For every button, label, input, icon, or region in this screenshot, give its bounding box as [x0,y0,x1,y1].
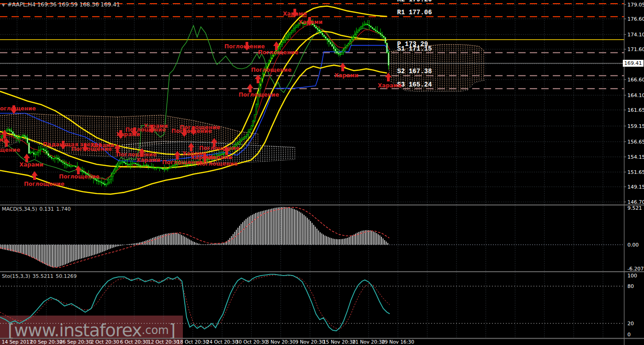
svg-text:6 Oct 20:30: 6 Oct 20:30 [120,339,149,345]
svg-text:-6.207: -6.207 [627,266,644,272]
svg-text:159.15: 159.15 [627,123,644,129]
pattern-annotation: Поглощение [239,92,279,98]
chart-canvas[interactable]: 179.05176.60174.10171.60166.60164.10161.… [0,0,644,345]
svg-text:20: 20 [627,321,634,327]
pattern-annotation: Поглощение [251,67,292,73]
svg-text:21 Nov 20:30: 21 Nov 20:30 [352,339,385,345]
grid-layer [0,0,624,339]
svg-text:80: 80 [627,283,634,289]
svg-text:149.15: 149.15 [627,184,644,190]
svg-text:S1 171.15: S1 171.15 [397,45,432,52]
svg-text:100: 100 [627,273,637,279]
svg-text:151.65: 151.65 [627,169,644,175]
pattern-annotation: Харами [136,157,160,163]
macd-value-1: 0.131 [40,206,54,212]
svg-text:R1 177.06: R1 177.06 [397,9,432,16]
collapse-caret-icon[interactable]: ▼ [2,3,5,7]
pattern-annotation: Поглощение [24,181,64,187]
pattern-annotation: Поглощение [59,173,100,180]
pivot-lines-layer [0,4,624,89]
svg-text:30 Oct 20:30: 30 Oct 20:30 [236,339,267,345]
svg-text:12 Oct 20:30: 12 Oct 20:30 [148,339,179,345]
svg-text:R2 179.20: R2 179.20 [397,0,432,3]
svg-text:15 Nov 20:30: 15 Nov 20:30 [323,339,356,345]
trading-terminal-chart: [ www.instaforex.com ] 179.05176.60174.1… [0,0,644,345]
pattern-annotation: Поглощение [180,124,220,131]
svg-text:3 Nov 20:30: 3 Nov 20:30 [266,339,295,345]
up-arrow-icon [385,73,392,81]
svg-text:26 Sep 20:30: 26 Sep 20:30 [59,339,92,345]
pattern-annotation: Поглощение [0,105,36,112]
svg-text:174.10: 174.10 [627,32,644,38]
pattern-annotation: Харами [378,82,402,89]
pattern-annotation: Харами [90,142,114,149]
price-axis[interactable]: 179.05176.60174.10171.60166.60164.10161.… [624,2,644,338]
pane-frames [0,0,644,345]
pattern-annotation: Поглощение [258,49,299,56]
svg-text:176.60: 176.60 [627,16,644,22]
pattern-annotation: Харами [334,72,358,79]
svg-text:146.70: 146.70 [627,199,644,205]
svg-text:20 Sep 20:30: 20 Sep 20:30 [30,339,63,345]
pivot-labels: R2 179.20R1 177.06P 173.29S1 171.15S2 16… [397,0,432,88]
pattern-annotation: Поглощение [197,161,238,167]
svg-text:156.65: 156.65 [627,139,644,145]
time-axis[interactable]: 14 Sep 201720 Sep 20:3026 Sep 20:302 Oct… [2,339,414,345]
pattern-annotation: Харами [19,161,43,168]
pattern-annotation: Харами [208,154,232,161]
svg-text:9.521: 9.521 [627,205,642,211]
pattern-annotation: Харами [144,123,168,129]
svg-text:S2 167.38: S2 167.38 [397,68,432,75]
svg-text:166.60: 166.60 [627,77,644,83]
stochastic-pane-layer [0,274,390,331]
svg-text:171.60: 171.60 [627,46,644,52]
macd-indicator-label: MACD(5,34,5)0.1311.740 [2,206,73,212]
current-price-label: 169.41 [623,60,644,67]
chart-title: ▼#AAPL,H4 169.36 169.59 168.36 169.41 [2,1,120,8]
symbol-ohlc-text: #AAPL,H4 169.36 169.59 168.36 169.41 [7,1,120,8]
svg-text:0: 0 [627,332,631,338]
macd-pane-layer [0,207,389,268]
svg-text:24 Oct 20:30: 24 Oct 20:30 [206,339,238,345]
svg-text:9 Nov 20:30: 9 Nov 20:30 [295,339,325,345]
sto-value-2: 50.1269 [56,273,77,279]
stochastic-indicator-label: Sto(15,3,3)35.521150.1269 [2,273,79,279]
sto-value-1: 35.5211 [33,273,54,279]
svg-text:S3 165.24: S3 165.24 [397,81,432,88]
macd-value-2: 1.740 [56,206,71,212]
svg-text:18 Oct 20:30: 18 Oct 20:30 [177,339,208,345]
svg-text:14 Sep 2017: 14 Sep 2017 [2,339,33,345]
pattern-annotation: Поглощение [0,147,20,153]
svg-text:161.65: 161.65 [627,107,644,113]
svg-text:2 Oct 20:30: 2 Oct 20:30 [91,339,119,345]
sto-name: Sto(15,3,3) [2,273,30,279]
svg-text:179.05: 179.05 [627,2,644,8]
svg-text:0.00: 0.00 [627,242,639,248]
pattern-annotation: Поглощение [199,145,240,151]
svg-text:154.15: 154.15 [627,154,644,160]
svg-text:29 Nov 16:30: 29 Nov 16:30 [381,339,414,345]
svg-text:164.10: 164.10 [627,92,644,98]
macd-name: MACD(5,34,5) [2,206,37,212]
